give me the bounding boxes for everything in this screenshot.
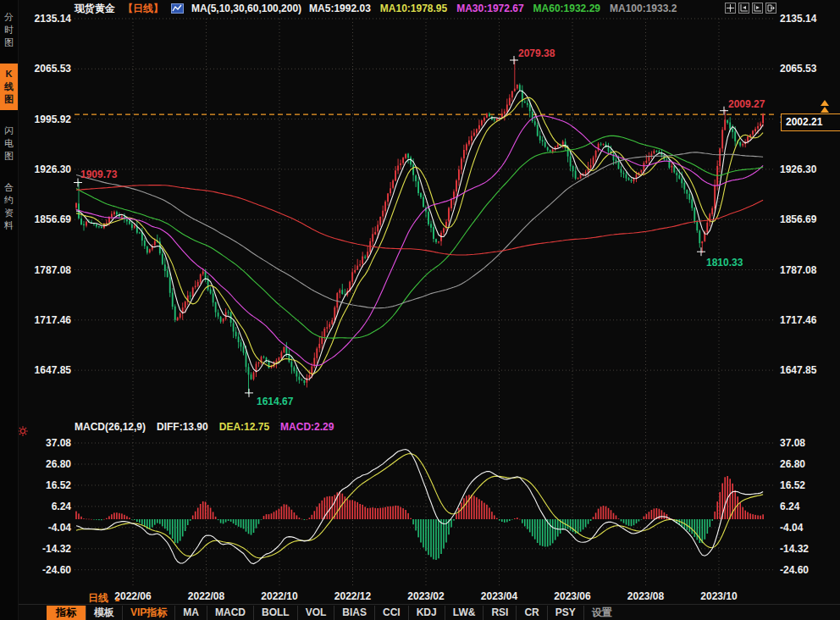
macd-tick-label: -14.32 bbox=[780, 543, 839, 555]
indicator-settings-gear-icon[interactable] bbox=[18, 424, 28, 440]
toolbar-item-KDJ[interactable]: KDJ bbox=[408, 606, 445, 620]
macd-tick-label: 6.24 bbox=[780, 501, 839, 512]
symbol-title: 现货黄金 bbox=[75, 2, 115, 16]
crosshair-icon[interactable] bbox=[725, 3, 736, 14]
price-annotation: 1810.33 bbox=[706, 257, 743, 268]
current-price-value: 2002.21 bbox=[786, 116, 822, 128]
sidebar-item-3[interactable]: 闪 电 图 bbox=[0, 120, 18, 167]
date-axis: 2022/062022/082022/102022/122023/022023/… bbox=[0, 590, 840, 603]
price-tick-label: 2135.14 bbox=[780, 13, 839, 25]
macd-tick-label: 37.08 bbox=[780, 437, 839, 449]
date-tick-label: 2023/08 bbox=[616, 590, 677, 602]
ma-params-label: MA(5,10,30,60,100,200) bbox=[191, 3, 301, 14]
toolbar-item-LW&[interactable]: LW& bbox=[445, 606, 484, 620]
price-tick-label: 1926.30 bbox=[780, 163, 839, 175]
toolbar-item-设置[interactable]: 设置 bbox=[583, 606, 620, 620]
price-tick-label: 1717.46 bbox=[780, 314, 839, 326]
macd-dea-value: DEA:12.75 bbox=[219, 421, 269, 433]
chart-window-controls bbox=[725, 3, 776, 14]
price-annotation: 1614.67 bbox=[257, 396, 293, 407]
toolbar-item-CR[interactable]: CR bbox=[516, 606, 546, 620]
toolbar-item-VIP指标[interactable]: VIP指标 bbox=[122, 606, 174, 620]
date-tick-label: 2023/06 bbox=[542, 590, 603, 602]
date-tick-label: 2022/12 bbox=[323, 590, 384, 602]
macd-tick-label: 26.80 bbox=[780, 458, 839, 470]
toolbar-item-PSY[interactable]: PSY bbox=[547, 606, 583, 620]
toolbar-item-VOL[interactable]: VOL bbox=[297, 606, 334, 620]
toolbar-item-CCI[interactable]: CCI bbox=[374, 606, 408, 620]
macd-macd-value: MACD:2.29 bbox=[280, 421, 334, 433]
ma-legend-value: MA10:1978.95 bbox=[380, 3, 447, 14]
macd-params-label: MACD(26,12,9) bbox=[75, 421, 146, 433]
current-price-box: 2002.21 bbox=[781, 113, 840, 131]
price-annotation: 2009.27 bbox=[728, 98, 765, 110]
sidebar-item-4[interactable]: 合 约 资 料 bbox=[0, 177, 18, 236]
period-tag: 【日线】 bbox=[123, 2, 163, 16]
macd-diff-value: DIFF:13.90 bbox=[157, 421, 208, 433]
toolbar-item-指标[interactable]: 指标 bbox=[47, 606, 86, 620]
ma-legend-value: MA60:1932.29 bbox=[533, 3, 600, 14]
ma-chart-icon bbox=[171, 3, 184, 14]
indicator-toolbar: 指标模板VIP指标MAMACDBOLLVOLBIASCCIKDJLW&RSICR… bbox=[0, 604, 840, 620]
price-tick-label: 1647.85 bbox=[780, 364, 839, 376]
ma-legend-value: MA100:1933.2 bbox=[610, 3, 677, 14]
price-tick-label: 2065.53 bbox=[780, 63, 839, 75]
date-tick-label: 2022/10 bbox=[249, 590, 310, 602]
chart-mode-sidebar: 分 时 图K 线 图闪 电 图合 约 资 料 bbox=[0, 0, 19, 620]
toolbar-item-MA[interactable]: MA bbox=[174, 606, 207, 620]
price-up-arrows-icon bbox=[821, 100, 829, 113]
price-annotation: 2079.38 bbox=[518, 47, 555, 59]
price-tick-label: 1787.08 bbox=[780, 264, 839, 276]
macd-tick-label: 16.52 bbox=[780, 479, 839, 491]
sidebar-item-2[interactable]: K 线 图 bbox=[0, 64, 18, 110]
date-tick-label: 2023/04 bbox=[469, 590, 530, 602]
price-tick-label: 1856.69 bbox=[780, 213, 839, 225]
price-annotation: 1909.73 bbox=[80, 169, 117, 180]
ma-legend: MA5:1992.03MA10:1978.95MA30:1972.67MA60:… bbox=[309, 3, 677, 14]
ma-legend-value: MA5:1992.03 bbox=[309, 3, 371, 14]
macd-tick-label: -4.04 bbox=[780, 522, 839, 534]
sidebar-item-1[interactable]: 分 时 图 bbox=[0, 7, 18, 53]
macd-header: MACD(26,12,9) DIFF:13.90 DEA:12.75 MACD:… bbox=[75, 421, 334, 433]
exit-chart-icon[interactable] bbox=[765, 3, 776, 14]
toolbar-item-MACD[interactable]: MACD bbox=[207, 606, 253, 620]
toolbar-item-RSI[interactable]: RSI bbox=[483, 606, 516, 620]
chevron-up-icon: ▲ bbox=[113, 595, 121, 603]
date-tick-label: 2023/10 bbox=[688, 590, 749, 602]
toolbar-item-模板[interactable]: 模板 bbox=[86, 606, 122, 620]
chart-header: 现货黄金 【日线】 MA(5,10,30,60,100,200) MA5:199… bbox=[75, 2, 677, 15]
toolbar-item-BIAS[interactable]: BIAS bbox=[334, 606, 374, 620]
toolbar-item-BOLL[interactable]: BOLL bbox=[253, 606, 297, 620]
date-tick-label: 2023/02 bbox=[395, 590, 456, 602]
axis-pan-left-icon[interactable] bbox=[738, 3, 749, 14]
date-tick-label: 2022/08 bbox=[176, 590, 237, 602]
axis-pan-right-icon[interactable] bbox=[752, 3, 763, 14]
ma-legend-value: MA30:1972.67 bbox=[456, 3, 523, 14]
macd-tick-label: -24.60 bbox=[780, 564, 839, 576]
chart-canvas[interactable] bbox=[0, 0, 840, 620]
